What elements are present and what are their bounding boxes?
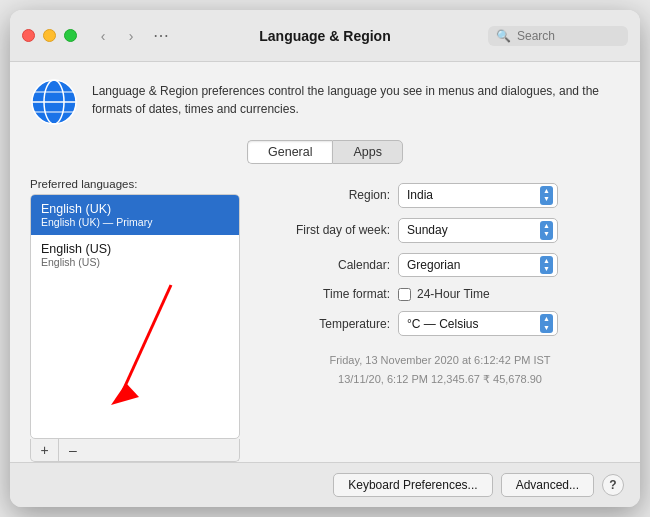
region-arrows: ▲▼ (540, 186, 553, 205)
date-preview-line1: Friday, 13 November 2020 at 6:12:42 PM I… (260, 351, 620, 370)
region-value: India (407, 188, 536, 202)
time-format-checkbox-row: 24-Hour Time (398, 287, 490, 301)
list-item[interactable]: English (US) English (US) (31, 235, 239, 275)
tab-general[interactable]: General (247, 140, 332, 164)
help-button[interactable]: ? (602, 474, 624, 496)
main-area: Preferred languages: English (UK) Englis… (30, 178, 620, 462)
language-region-window: ‹ › ⋯ Language & Region 🔍 Language & Reg… (10, 10, 640, 507)
remove-language-button[interactable]: – (59, 439, 87, 461)
region-row: Region: India ▲▼ (260, 178, 620, 213)
minimize-button[interactable] (43, 29, 56, 42)
calendar-label: Calendar: (260, 258, 390, 272)
tab-apps[interactable]: Apps (332, 140, 403, 164)
language-sub: English (US) (41, 256, 229, 268)
header-section: Language & Region preferences control th… (30, 78, 620, 126)
calendar-arrows: ▲▼ (540, 256, 553, 275)
forward-button[interactable]: › (119, 24, 143, 48)
language-sub: English (UK) — Primary (41, 216, 229, 228)
first-day-value: Sunday (407, 223, 536, 237)
search-input[interactable] (517, 29, 620, 43)
temperature-value: °C — Celsius (407, 317, 536, 331)
list-controls: + – (30, 439, 240, 462)
maximize-button[interactable] (64, 29, 77, 42)
time-format-row: Time format: 24-Hour Time (260, 282, 620, 306)
date-preview-line2: 13/11/20, 6:12 PM 12,345.67 ₹ 45,678.90 (260, 370, 620, 389)
grid-icon[interactable]: ⋯ (153, 26, 169, 45)
first-day-row: First day of week: Sunday ▲▼ (260, 213, 620, 248)
tab-bar: General Apps (30, 140, 620, 164)
time-format-checkbox[interactable] (398, 288, 411, 301)
advanced-button[interactable]: Advanced... (501, 473, 594, 497)
svg-marker-7 (111, 383, 139, 405)
left-panel: Preferred languages: English (UK) Englis… (30, 178, 240, 462)
first-day-arrows: ▲▼ (540, 221, 553, 240)
description-text: Language & Region preferences control th… (92, 78, 620, 118)
globe-icon (30, 78, 78, 126)
region-label: Region: (260, 188, 390, 202)
calendar-select[interactable]: Gregorian ▲▼ (398, 253, 558, 278)
add-language-button[interactable]: + (31, 439, 59, 461)
nav-buttons: ‹ › (91, 24, 143, 48)
first-day-label: First day of week: (260, 223, 390, 237)
titlebar: ‹ › ⋯ Language & Region 🔍 (10, 10, 640, 62)
keyboard-preferences-button[interactable]: Keyboard Preferences... (333, 473, 492, 497)
content-area: Language & Region preferences control th… (10, 62, 640, 462)
region-select[interactable]: India ▲▼ (398, 183, 558, 208)
search-bar[interactable]: 🔍 (488, 26, 628, 46)
temperature-select[interactable]: °C — Celsius ▲▼ (398, 311, 558, 336)
list-item[interactable]: English (UK) English (UK) — Primary (31, 195, 239, 235)
red-arrow (91, 275, 211, 425)
time-format-value: 24-Hour Time (417, 287, 490, 301)
time-format-label: Time format: (260, 287, 390, 301)
right-panel: Region: India ▲▼ First day of week: Sund… (260, 178, 620, 462)
first-day-select[interactable]: Sunday ▲▼ (398, 218, 558, 243)
temperature-arrows: ▲▼ (540, 314, 553, 333)
calendar-value: Gregorian (407, 258, 536, 272)
temperature-label: Temperature: (260, 317, 390, 331)
language-name: English (UK) (41, 202, 229, 216)
search-icon: 🔍 (496, 29, 511, 43)
footer: Keyboard Preferences... Advanced... ? (10, 462, 640, 507)
traffic-lights (22, 29, 77, 42)
window-title: Language & Region (259, 28, 390, 44)
calendar-row: Calendar: Gregorian ▲▼ (260, 248, 620, 283)
temperature-row: Temperature: °C — Celsius ▲▼ (260, 306, 620, 341)
preferred-languages-label: Preferred languages: (30, 178, 240, 190)
back-button[interactable]: ‹ (91, 24, 115, 48)
language-name: English (US) (41, 242, 229, 256)
date-preview: Friday, 13 November 2020 at 6:12:42 PM I… (260, 351, 620, 388)
language-list: English (UK) English (UK) — Primary Engl… (30, 194, 240, 439)
close-button[interactable] (22, 29, 35, 42)
svg-line-6 (121, 285, 171, 395)
